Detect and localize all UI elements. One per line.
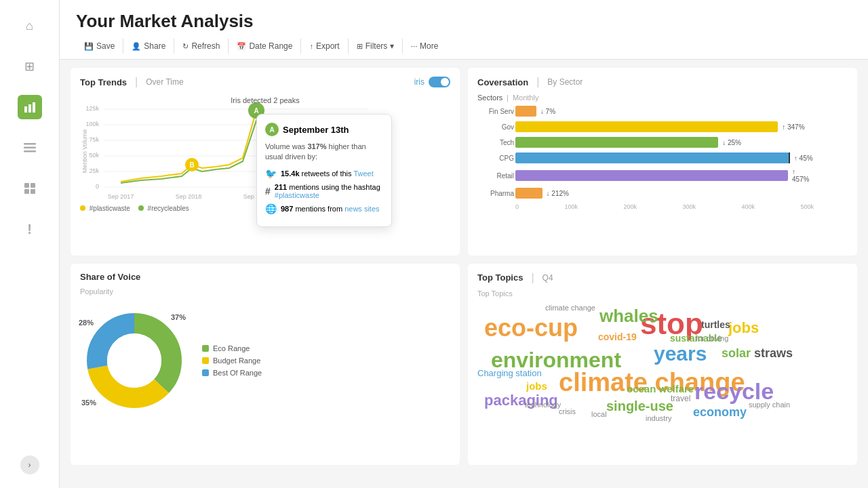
svg-text:50k: 50k bbox=[89, 152, 99, 159]
percent-best: 28% bbox=[79, 319, 94, 327]
word-eco-cup: eco-cup bbox=[484, 314, 578, 342]
bar-row-pharma: Pharma ↓ 212% bbox=[515, 188, 814, 199]
top-topics-card: Top Topics | Q4 Top Topics eco-cup stop … bbox=[468, 264, 857, 466]
bar-row-gov: Gov ↑ 347% bbox=[515, 121, 814, 132]
svg-text:0: 0 bbox=[96, 183, 99, 190]
label-tech: Tech bbox=[479, 139, 514, 146]
value-finserv: ↓ 7% bbox=[540, 108, 555, 115]
sidebar-item-layers[interactable] bbox=[18, 136, 42, 160]
bar-cpg bbox=[515, 152, 790, 163]
svg-rect-4 bbox=[24, 147, 36, 149]
word-turtles: turtles bbox=[701, 319, 730, 330]
value-retail: ↑ 457% bbox=[792, 168, 814, 183]
refresh-button[interactable]: ↻ Refresh bbox=[174, 39, 229, 54]
sectors-header: Sectors | Monthly bbox=[477, 94, 848, 102]
sidebar-item-home[interactable]: ⌂ bbox=[18, 14, 42, 38]
word-straws: straws bbox=[754, 346, 793, 361]
label-pharma: Pharma bbox=[479, 190, 514, 197]
word-years: years bbox=[654, 342, 707, 365]
label-retail: Retail bbox=[479, 172, 514, 180]
iris-container: iris bbox=[414, 77, 450, 87]
svg-text:75k: 75k bbox=[89, 136, 99, 143]
svg-rect-3 bbox=[24, 143, 36, 145]
export-button[interactable]: ↑ Export bbox=[301, 39, 348, 54]
top-trends-header: Top Trends | Over Time iris bbox=[80, 76, 450, 88]
svg-text:100k: 100k bbox=[85, 121, 99, 127]
header: Your Market Analysis 💾 Save 👤 Share ↻ Re… bbox=[60, 0, 868, 60]
legend-best: Best Of Range bbox=[202, 369, 262, 377]
sidebar: ⌂ ⊞ ! › bbox=[0, 0, 60, 488]
tooltip-description: Volume was 317% higher than usual driven… bbox=[265, 142, 383, 163]
more-button[interactable]: ··· More bbox=[403, 39, 447, 54]
bar-row-finserv: Fin Serv ↓ 7% bbox=[515, 106, 814, 117]
budget-color-swatch bbox=[202, 357, 209, 364]
save-button[interactable]: 💾 Save bbox=[76, 39, 123, 54]
word-ocean: ocean welfare bbox=[627, 383, 694, 394]
donut-section: 37% 35% 28% Eco Range Budget Range bbox=[80, 301, 450, 420]
value-tech: ↓ 25% bbox=[722, 139, 741, 146]
word-single-use: single-use bbox=[606, 399, 673, 414]
tooltip-tweet-item: 🐦 15.4k retweets of this Tweet bbox=[265, 168, 383, 179]
word-climate-change-small: climate change bbox=[545, 304, 595, 312]
date-range-button[interactable]: 📅 Date Range bbox=[229, 39, 301, 54]
top-topics-header: Top Topics | Q4 bbox=[477, 272, 848, 284]
word-charging: Charging station bbox=[477, 368, 542, 378]
donut-legend: Eco Range Budget Range Best Of Range bbox=[202, 344, 262, 377]
word-industry: industry bbox=[646, 414, 672, 422]
best-color-swatch bbox=[202, 369, 209, 376]
svg-text:125k: 125k bbox=[85, 105, 99, 112]
label-cpg: CPG bbox=[479, 155, 514, 162]
globe-icon: 🌐 bbox=[265, 203, 277, 214]
word-crisis: crisis bbox=[559, 407, 576, 415]
bar-row-cpg: CPG ↑ 45% bbox=[515, 152, 814, 163]
sidebar-item-chart[interactable] bbox=[18, 95, 42, 119]
tweet-link[interactable]: Tweet bbox=[353, 169, 373, 178]
save-icon: 💾 bbox=[84, 42, 94, 51]
bar-row-retail: Retail ↑ 457% bbox=[515, 168, 814, 183]
share-of-voice-title: Share of Voice bbox=[80, 272, 140, 282]
sidebar-chevron[interactable]: › bbox=[20, 455, 39, 474]
eco-color-swatch bbox=[202, 345, 209, 352]
top-topics-title: Top Topics bbox=[477, 272, 523, 283]
sidebar-item-chart-alt[interactable] bbox=[18, 176, 42, 201]
label-gov: Gov bbox=[479, 123, 514, 131]
bar-x-axis: 0 100k 200k 300k 400k 500k bbox=[515, 203, 814, 210]
conversation-header: Coversation | By Sector bbox=[477, 76, 848, 88]
share-button[interactable]: 👤 Share bbox=[123, 39, 174, 54]
period-divider: | bbox=[507, 94, 509, 102]
value-gov: ↑ 347% bbox=[782, 123, 804, 131]
sidebar-item-alert[interactable]: ! bbox=[18, 217, 42, 241]
popularity-label: Popularity bbox=[80, 287, 450, 296]
iris-toggle[interactable] bbox=[429, 77, 450, 87]
twitter-icon: 🐦 bbox=[265, 168, 277, 179]
bar-row-tech: Tech ↓ 25% bbox=[515, 137, 814, 148]
refresh-icon: ↻ bbox=[182, 42, 189, 51]
word-jobs-2: jobs bbox=[526, 380, 547, 392]
top-topics-subtitle: Q4 bbox=[542, 273, 553, 283]
toolbar: 💾 Save 👤 Share ↻ Refresh 📅 Date Range ↑ … bbox=[76, 39, 852, 59]
bar-pharma bbox=[515, 188, 542, 199]
bar-chart: Fin Serv ↓ 7% Gov ↑ 347% Tech ↓ 25% bbox=[477, 106, 848, 210]
share-of-voice-header: Share of Voice bbox=[80, 272, 450, 282]
svg-rect-1 bbox=[28, 104, 31, 113]
svg-rect-6 bbox=[24, 183, 29, 188]
word-economy: economy bbox=[693, 405, 747, 420]
bar-retail bbox=[515, 170, 788, 181]
export-icon: ↑ bbox=[309, 42, 313, 50]
news-sites-link[interactable]: news sites bbox=[344, 205, 379, 213]
plasticwaste-link[interactable]: #plasticwaste bbox=[275, 191, 319, 199]
sidebar-item-grid[interactable]: ⊞ bbox=[18, 54, 42, 79]
legend-eco: Eco Range bbox=[202, 344, 262, 352]
svg-rect-8 bbox=[24, 189, 29, 194]
tooltip-news-item: 🌐 987 mentions from news sites bbox=[265, 203, 383, 214]
page-title: Your Market Analysis bbox=[76, 11, 852, 32]
word-supply-chain: supply chain bbox=[749, 401, 790, 409]
filters-button[interactable]: ⊞ Filters ▾ bbox=[349, 39, 403, 54]
svg-rect-5 bbox=[24, 150, 36, 152]
word-solar: solar bbox=[722, 346, 751, 361]
tooltip-date: September 13th bbox=[283, 125, 349, 135]
calendar-icon: 📅 bbox=[237, 42, 246, 51]
iris-label: iris bbox=[414, 77, 425, 87]
main-content: Your Market Analysis 💾 Save 👤 Share ↻ Re… bbox=[60, 0, 868, 488]
svg-text:Mention Volume: Mention Volume bbox=[81, 129, 88, 174]
